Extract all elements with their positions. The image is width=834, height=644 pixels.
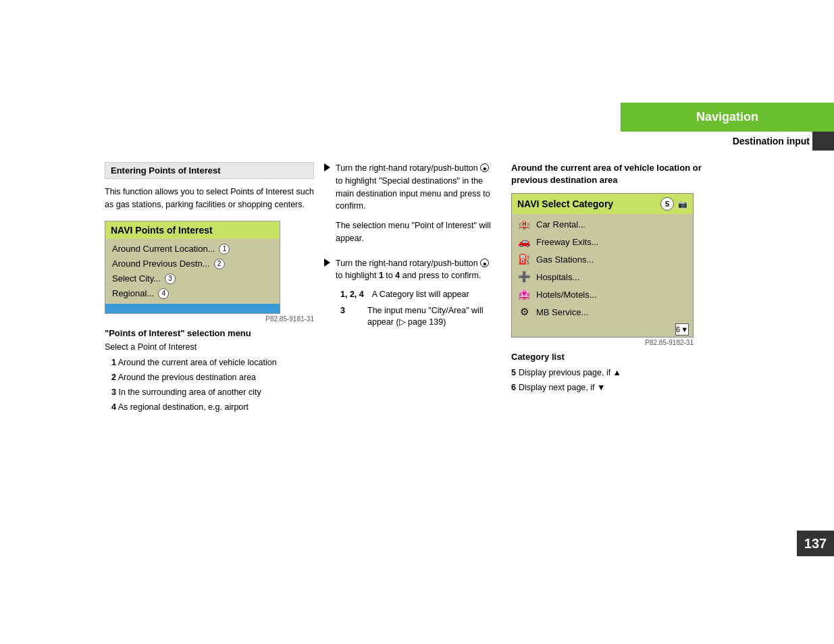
left-content: Entering Points of Interest This functio… — [105, 162, 314, 415]
subheader-square — [812, 132, 834, 151]
select-item-icon: ⚙ — [517, 306, 531, 318]
bullet-row-1: Turn the right-hand rotary/push-button ●… — [324, 162, 496, 213]
navi-select-box: NAVI Select Category 5 📷 🏨Car Rental...🚗… — [511, 193, 694, 338]
bullet-block-1: Turn the right-hand rotary/push-button ●… — [324, 162, 496, 245]
badge-5: 5 — [660, 197, 674, 211]
list-item-text: Around the previous destination area — [118, 373, 256, 382]
select-item: 🚗Freeway Exits... — [512, 233, 693, 250]
select-item: 🏨Car Rental... — [512, 215, 693, 233]
dest-title: Destination input — [733, 136, 810, 146]
poi-selection-label: "Points of Interest" selection menu — [105, 328, 314, 338]
num-label-124: 1, 2, 4 — [340, 289, 364, 301]
select-item-icon: 🚗 — [517, 236, 531, 248]
bullet-block-2: Turn the right-hand rotary/push-button ●… — [324, 257, 496, 329]
select-item-text: Hospitals... — [536, 272, 579, 282]
category-list-items: 5 Display previous page, if ▲6 Display n… — [511, 366, 721, 395]
select-item-icon: 🏩 — [517, 288, 531, 300]
poi-list: 1 Around the current area of vehicle loc… — [105, 356, 314, 414]
navi-select-header: NAVI Select Category 5 📷 — [512, 194, 693, 214]
list-item: 2 Around the previous destination area — [111, 371, 314, 384]
list-item-text: As regional destination, e.g. airport — [118, 402, 249, 412]
list-item: 5 Display previous page, if ▲ — [511, 366, 721, 380]
around-title: Around the current area of vehicle locat… — [511, 162, 721, 186]
poi-item: Select City...3 — [105, 271, 280, 286]
middle-content: Turn the right-hand rotary/push-button ●… — [324, 162, 496, 341]
list-item: 1 Around the current area of vehicle loc… — [111, 356, 314, 369]
navi-select-ref: P82.85-9182-31 — [511, 338, 694, 348]
poi-item-text: Regional... — [112, 288, 154, 298]
footer-badge-6: 6 ▼ — [675, 323, 689, 336]
bullet-triangle-2 — [324, 259, 330, 267]
select-item-icon: 🏨 — [517, 218, 531, 230]
list-item-num: 1 — [111, 358, 116, 367]
select-item: ➕Hospitals... — [512, 268, 693, 286]
navi-poi-footer — [105, 304, 280, 313]
list-item: 6 Display next page, if ▼ — [511, 381, 721, 395]
cat-item-text: Display previous page, if ▲ — [519, 366, 621, 380]
down-arrow-icon: ▼ — [681, 325, 688, 333]
select-item-text: Gas Stations... — [536, 254, 594, 265]
select-item-text: Hotels/Motels... — [536, 290, 597, 300]
num-text-124: A Category list will appear — [372, 289, 469, 301]
poi-item-num: 3 — [165, 273, 176, 284]
select-item: ⛽Gas Stations... — [512, 250, 693, 268]
select-item-text: Freeway Exits... — [536, 237, 598, 247]
list-item-text: Around the current area of vehicle locat… — [118, 358, 277, 367]
poi-item-num: 4 — [158, 288, 169, 299]
num-label-3: 3 — [340, 305, 359, 329]
numbered-block: 1, 2, 4 A Category list will appear 3 Th… — [340, 289, 496, 329]
select-item-icon: ⛽ — [517, 253, 531, 265]
navi-select-footer: 6 ▼ — [512, 322, 693, 337]
poi-item-num: 2 — [214, 259, 225, 269]
rotary-button-icon-2: ● — [480, 259, 489, 267]
navi-poi-items: Around Current Location...1Around Previo… — [105, 239, 280, 304]
nav-title: Navigation — [696, 110, 758, 124]
bullet-text-1: Turn the right-hand rotary/push-button ●… — [336, 162, 496, 213]
navi-poi-header: NAVI Points of Interest — [105, 221, 280, 239]
category-list-label: Category list — [511, 352, 721, 362]
poi-item: Regional...4 — [105, 286, 280, 301]
poi-item-text: Select City... — [112, 273, 161, 284]
cat-item-num: 5 — [511, 366, 516, 380]
intro-text: This function allows you to select Point… — [105, 186, 314, 211]
poi-item: Around Current Location...1 — [105, 242, 280, 257]
list-item-num: 2 — [111, 373, 116, 382]
cat-item-num: 6 — [511, 381, 516, 395]
poi-item-num: 1 — [219, 244, 230, 254]
section-title: Entering Points of Interest — [105, 162, 314, 179]
navi-select-items: 🏨Car Rental...🚗Freeway Exits...⛽Gas Stat… — [512, 214, 693, 322]
poi-image-ref: P82.85-9181-31 — [105, 314, 314, 324]
destination-subheader: Destination input — [621, 132, 834, 151]
navi-poi-box: NAVI Points of Interest Around Current L… — [105, 221, 280, 314]
numbered-item-2: 3 The input menu "City/Area" will appear… — [340, 305, 496, 329]
list-item-num: 4 — [111, 402, 116, 412]
page-number: 137 — [797, 531, 834, 556]
badge-6-num: 6 — [676, 325, 680, 333]
poi-item: Around Previous Destn...2 — [105, 257, 280, 271]
numbered-item-1: 1, 2, 4 A Category list will appear — [340, 289, 496, 301]
select-item-text: MB Service... — [536, 307, 588, 317]
bullet-text-2: Turn the right-hand rotary/push-button ●… — [336, 257, 496, 283]
select-item-icon: ➕ — [517, 271, 531, 283]
rotary-button-icon-1: ● — [480, 163, 489, 172]
header-badge-area: 5 📷 — [660, 197, 687, 211]
select-item: ⚙MB Service... — [512, 303, 693, 321]
select-item-text: Car Rental... — [536, 219, 585, 230]
bullet-row-2: Turn the right-hand rotary/push-button ●… — [324, 257, 496, 283]
camera-icon: 📷 — [678, 200, 687, 209]
select-item: 🏩Hotels/Motels... — [512, 286, 693, 303]
list-item-text: In the surrounding area of another city — [118, 387, 261, 397]
bullet-sub-text-1: The selection menu "Point of Interest" w… — [336, 219, 496, 245]
list-item-num: 3 — [111, 387, 116, 397]
list-item: 4 As regional destination, e.g. airport — [111, 400, 314, 414]
poi-select-label2: Select a Point of Interest — [105, 342, 314, 352]
bullet-triangle-1 — [324, 163, 330, 171]
list-item: 3 In the surrounding area of another cit… — [111, 385, 314, 399]
navi-select-title: NAVI Select Category — [517, 198, 613, 209]
poi-item-text: Around Previous Destn... — [112, 259, 210, 269]
navigation-header: Navigation — [621, 103, 834, 132]
num-text-3: The input menu "City/Area" will appear (… — [367, 305, 496, 329]
cat-item-text: Display next page, if ▼ — [519, 381, 605, 395]
right-content: Around the current area of vehicle locat… — [511, 162, 721, 395]
poi-item-text: Around Current Location... — [112, 244, 215, 254]
